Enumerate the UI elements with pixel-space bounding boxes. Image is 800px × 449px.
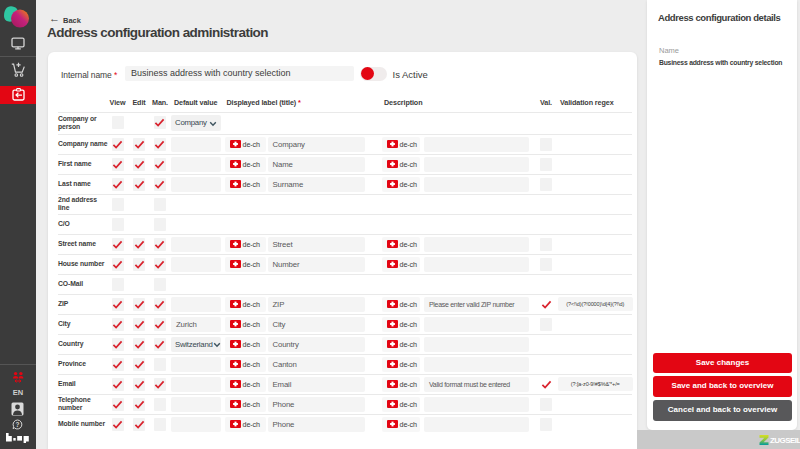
svg-text:?: ? [16,421,20,428]
